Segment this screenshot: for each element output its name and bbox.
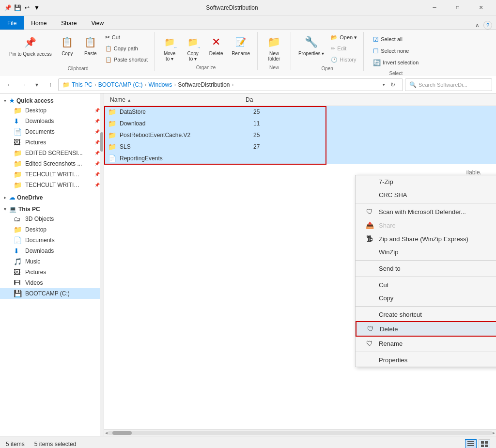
sidebar-item-3dobjects[interactable]: 🗂 3D Objects bbox=[0, 214, 104, 224]
dropdown-arrow-icon[interactable]: ▼ bbox=[33, 4, 41, 12]
ctx-rename[interactable]: 🛡 Rename bbox=[356, 337, 496, 350]
ribbon-group-open: 🔧 Properties ▾ 📂 Open ▾ ✏ Edit 🕐 History bbox=[291, 32, 364, 71]
properties-button[interactable]: 🔧 Properties ▾ bbox=[295, 32, 327, 59]
file-item-datastore[interactable]: 📁 DataStore 25 bbox=[104, 106, 496, 118]
ctx-cut[interactable]: Cut bbox=[356, 278, 496, 292]
forward-button[interactable]: → bbox=[17, 79, 29, 91]
tab-share[interactable]: Share bbox=[54, 16, 84, 30]
copy-to-button[interactable]: 📁 → Copyto ▾ bbox=[182, 32, 204, 64]
ctx-delete[interactable]: 🛡 Delete bbox=[356, 321, 496, 337]
sidebar-item-techcult1[interactable]: 📁 TECHCULT WRITING... 📌 bbox=[0, 169, 104, 180]
path-part-2[interactable]: BOOTCAMP (C:) bbox=[98, 81, 143, 88]
sidebar-scroll-thumb[interactable] bbox=[100, 132, 103, 152]
ctx-copy[interactable]: Copy bbox=[356, 292, 496, 305]
new-folder-button[interactable]: 📁 Newfolder bbox=[262, 32, 287, 64]
ribbon-collapse-icon[interactable]: ∧ bbox=[475, 22, 480, 29]
sidebar-item-edited-screens1[interactable]: 📁 EDITED SCREENSI... 📌 bbox=[0, 148, 104, 158]
recent-locations-button[interactable]: ▾ bbox=[31, 79, 43, 91]
ctx-7zip[interactable]: 7-Zip › bbox=[356, 175, 496, 188]
scroll-thumb[interactable] bbox=[112, 431, 132, 435]
sidebar-item-downloads-pc[interactable]: ⬇ Downloads bbox=[0, 246, 104, 256]
ctx-winzip-share[interactable]: 🗜 Zip and Share (WinZip Express) bbox=[356, 232, 496, 246]
view-controls bbox=[465, 439, 490, 448]
delete-button[interactable]: ✕ Delete bbox=[205, 32, 227, 59]
horizontal-scrollbar[interactable]: ◂ ▸ bbox=[104, 429, 496, 436]
scroll-right-btn[interactable]: ▸ bbox=[493, 430, 495, 435]
move-to-button[interactable]: 📁 ← Moveto ▾ bbox=[158, 32, 181, 64]
sidebar-scrollbar[interactable] bbox=[100, 93, 104, 436]
ctx-crcsha[interactable]: CRC SHA › bbox=[356, 188, 496, 201]
open-button[interactable]: 📂 Open ▾ bbox=[328, 32, 359, 43]
sidebar: ▾ ★ Quick access 📁 Desktop 📌 ⬇ Downloads… bbox=[0, 93, 104, 436]
back-button[interactable]: ← bbox=[4, 79, 16, 91]
refresh-button[interactable]: ↻ bbox=[387, 79, 399, 91]
save-icon[interactable]: 💾 bbox=[14, 4, 21, 12]
file-item-postreboot[interactable]: 📁 PostRebootEventCache.V2 25 bbox=[104, 129, 496, 141]
tab-view[interactable]: View bbox=[84, 16, 111, 30]
close-button[interactable]: ✕ bbox=[470, 0, 492, 15]
ctx-winzip[interactable]: WinZip › bbox=[356, 246, 496, 259]
search-placeholder: Search SoftwareDi... bbox=[418, 82, 467, 88]
tiles-view-icon bbox=[481, 441, 488, 447]
tab-home[interactable]: Home bbox=[24, 16, 54, 30]
maximize-button[interactable]: □ bbox=[447, 0, 469, 15]
path-part-1[interactable]: This PC bbox=[72, 81, 93, 88]
pin-to-quick-access-button[interactable]: 📌 Pin to Quick access bbox=[6, 32, 55, 60]
sidebar-item-bootcamp[interactable]: 💾 BOOTCAMP (C:) bbox=[0, 288, 104, 299]
sidebar-item-desktop-qa[interactable]: 📁 Desktop 📌 bbox=[0, 105, 104, 116]
select-all-button[interactable]: ☑ Select all bbox=[371, 34, 421, 45]
column-date-header[interactable]: Da bbox=[244, 96, 492, 103]
search-box[interactable]: 🔍 Search SoftwareDi... bbox=[405, 78, 492, 91]
sidebar-item-music[interactable]: 🎵 Music bbox=[0, 256, 104, 267]
main-area: ▾ ★ Quick access 📁 Desktop 📌 ⬇ Downloads… bbox=[0, 93, 496, 436]
sidebar-item-downloads-qa[interactable]: ⬇ Downloads 📌 bbox=[0, 116, 104, 126]
file-item-sls[interactable]: 📁 SLS 27 bbox=[104, 141, 496, 153]
minimize-button[interactable]: ─ bbox=[423, 0, 446, 15]
scroll-track[interactable] bbox=[108, 431, 493, 435]
invert-selection-button[interactable]: 🔄 Invert selection bbox=[371, 57, 421, 68]
address-path[interactable]: 📁 This PC › BOOTCAMP (C:) › Windows › So… bbox=[58, 78, 403, 91]
tiles-view-button[interactable] bbox=[479, 439, 490, 448]
ctx-separator-4 bbox=[356, 306, 496, 307]
svg-rect-4 bbox=[485, 441, 488, 444]
path-part-3[interactable]: Windows bbox=[148, 81, 172, 88]
sidebar-item-videos[interactable]: 🎞 Videos bbox=[0, 278, 104, 288]
rename-button[interactable]: 📝 Rename bbox=[228, 32, 253, 59]
paste-shortcut-button[interactable]: 📋 Paste shortcut bbox=[103, 54, 150, 65]
history-button[interactable]: 🕐 History bbox=[328, 54, 359, 65]
sidebar-item-label: TECHCULT WRITING... bbox=[25, 171, 83, 178]
sidebar-item-techcult2[interactable]: 📁 TECHCULT WRITING... 📌 bbox=[0, 180, 104, 190]
edit-button[interactable]: ✏ Edit bbox=[328, 43, 359, 54]
ctx-defender[interactable]: 🛡 Scan with Microsoft Defender... bbox=[356, 205, 496, 218]
documents-qa-icon: 📄 bbox=[14, 128, 22, 136]
sidebar-item-pictures-qa[interactable]: 🖼 Pictures 📌 bbox=[0, 137, 104, 148]
onedrive-header[interactable]: ▸ ☁ OneDrive bbox=[0, 192, 104, 202]
address-dropdown-icon[interactable]: ▾ bbox=[383, 82, 385, 87]
undo-icon[interactable]: ↩ bbox=[23, 4, 31, 12]
sidebar-item-documents-qa[interactable]: 📄 Documents 📌 bbox=[0, 126, 104, 137]
copy-button[interactable]: 📋 Copy bbox=[56, 32, 78, 59]
paste-button[interactable]: 📋 Paste bbox=[79, 32, 102, 59]
column-name-header[interactable]: Name ▲ bbox=[108, 96, 244, 103]
quick-access-header[interactable]: ▾ ★ Quick access bbox=[0, 95, 104, 105]
help-icon[interactable]: ? bbox=[483, 21, 492, 30]
sidebar-item-edited-screenshots[interactable]: 📁 Edited Screenshots ... 📌 bbox=[0, 158, 104, 169]
select-none-button[interactable]: ☐ Select none bbox=[371, 46, 421, 56]
up-button[interactable]: ↑ bbox=[45, 79, 56, 91]
ctx-rename-label: Rename bbox=[379, 340, 403, 347]
ctx-share[interactable]: 📤 Share bbox=[356, 218, 496, 232]
tab-file[interactable]: File bbox=[0, 16, 24, 30]
sidebar-item-documents-pc[interactable]: 📄 Documents bbox=[0, 235, 104, 246]
ctx-properties[interactable]: Properties bbox=[356, 354, 496, 367]
details-view-button[interactable] bbox=[465, 439, 477, 448]
path-part-4[interactable]: SoftwareDistribution bbox=[178, 81, 230, 88]
file-item-download[interactable]: 📁 Download 11 bbox=[104, 118, 496, 129]
cut-button[interactable]: ✂ Cut bbox=[103, 32, 150, 43]
sidebar-item-pictures-pc[interactable]: 🖼 Pictures bbox=[0, 267, 104, 278]
ctx-sendto[interactable]: Send to › bbox=[356, 262, 496, 275]
sidebar-item-desktop-pc[interactable]: 📁 Desktop bbox=[0, 224, 104, 235]
ctx-create-shortcut[interactable]: Create shortcut bbox=[356, 308, 496, 321]
copy-path-button[interactable]: 📋 Copy path bbox=[103, 43, 150, 54]
file-item-reportingevents[interactable]: 📄 ReportingEvents bbox=[104, 153, 496, 164]
this-pc-header[interactable]: ▾ 💻 This PC bbox=[0, 204, 104, 214]
